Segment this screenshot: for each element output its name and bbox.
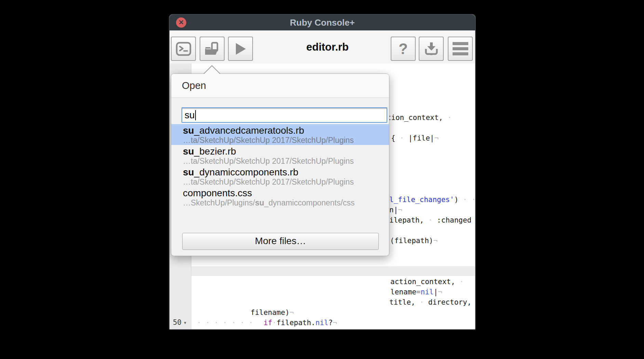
code-line: l_file_changes') · · [389,195,475,204]
file-name: su_bezier.rb [183,146,389,157]
search-value: su [185,110,195,121]
file-item[interactable]: su_advancedcameratools.rb…ta/SketchUp/Sk… [171,124,389,145]
indent-dots: · · · · · · · · [197,329,266,329]
code-line: filename)¬ [251,308,294,317]
document-title: editor.rb [283,30,372,64]
line-number: 50 [172,318,182,327]
code-line: if·filepath.nil?¬ [264,318,337,327]
code-line: ilepath, · :changed [389,216,471,225]
code-line: title, · directory, [389,298,471,307]
menu-icon [453,40,468,57]
line-number: 51 [172,329,182,329]
code-line: (filepath)¬ [390,236,438,245]
download-button[interactable] [419,37,444,61]
code-line: lename=nil|¬ [390,288,442,296]
search-input[interactable]: su [182,107,387,123]
file-item[interactable]: components.css…SketchUp/Plugins/su_dynam… [171,187,389,208]
open-dialog: Open su su_advancedcameratools.rb…ta/Ske… [171,74,389,256]
more-files-button[interactable]: More files… [182,233,379,250]
file-name: su_dynamiccomponents.rb [183,167,389,178]
titlebar[interactable]: ✕ Ruby Console+ [170,15,475,30]
indent-dots: · · · · · · · [197,318,257,327]
console-button[interactable] [171,37,196,61]
file-path: …SketchUp/Plugins/su_dynamiccomponents/c… [183,199,389,207]
code-line: action_context, · [390,277,464,286]
terminal-icon [176,42,191,56]
file-path: …ta/SketchUp/SketchUp 2017/SketchUp/Plug… [183,178,389,186]
dialog-header: Open [171,74,389,98]
file-item[interactable]: su_bezier.rb…ta/SketchUp/SketchUp 2017/S… [171,145,389,166]
text-caret [195,110,196,120]
current-line-highlight [170,266,475,276]
dialog-title: Open [182,80,206,91]
file-name: su_advancedcameratools.rb [183,125,389,136]
help-button[interactable]: ? [391,37,416,61]
window-title: Ruby Console+ [170,15,475,30]
fold-arrow-icon[interactable]: ▼ [183,321,187,325]
open-file-button[interactable] [200,37,225,61]
toolbar: editor.rb ? [170,30,475,64]
code-line: action_context.reject('cancelled')¬ [269,329,420,329]
menu-button[interactable] [448,37,473,61]
dialog-arrow-notch [202,65,222,74]
file-path: …ta/SketchUp/SketchUp 2017/SketchUp/Plug… [183,136,389,145]
help-icon: ? [399,40,408,57]
code-line: n|¬ [389,205,402,214]
download-icon [423,41,440,56]
run-button[interactable] [228,37,253,61]
file-path: …ta/SketchUp/SketchUp 2017/SketchUp/Plug… [183,157,389,165]
code-line: { · |file|¬ [391,134,439,143]
file-name: components.css [183,187,389,199]
file-item[interactable]: su_dynamiccomponents.rb…ta/SketchUp/Sket… [171,166,389,187]
open-folder-icon [204,41,220,56]
play-icon [234,42,247,56]
ruby-console-window: ✕ Ruby Console+ [170,15,475,329]
